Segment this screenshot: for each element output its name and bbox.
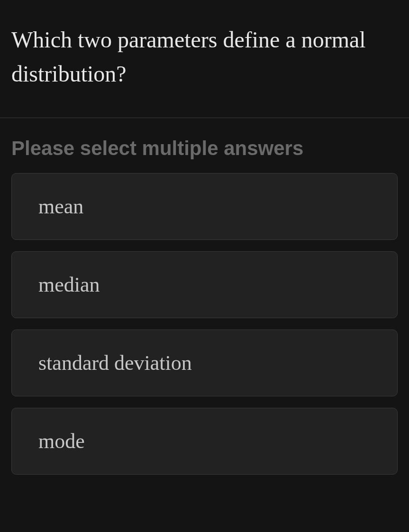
question-section: Which two parameters define a normal dis… — [0, 0, 409, 118]
option-standard-deviation[interactable]: standard deviation — [11, 330, 398, 396]
option-label: mean — [38, 195, 83, 218]
answers-section: Please select multiple answers mean medi… — [0, 118, 409, 475]
option-mean[interactable]: mean — [11, 173, 398, 240]
option-label: median — [38, 273, 100, 296]
instruction-text: Please select multiple answers — [11, 137, 398, 160]
option-label: mode — [38, 430, 85, 453]
question-text: Which two parameters define a normal dis… — [11, 23, 398, 91]
option-label: standard deviation — [38, 351, 192, 375]
option-mode[interactable]: mode — [11, 408, 398, 475]
option-median[interactable]: median — [11, 251, 398, 318]
